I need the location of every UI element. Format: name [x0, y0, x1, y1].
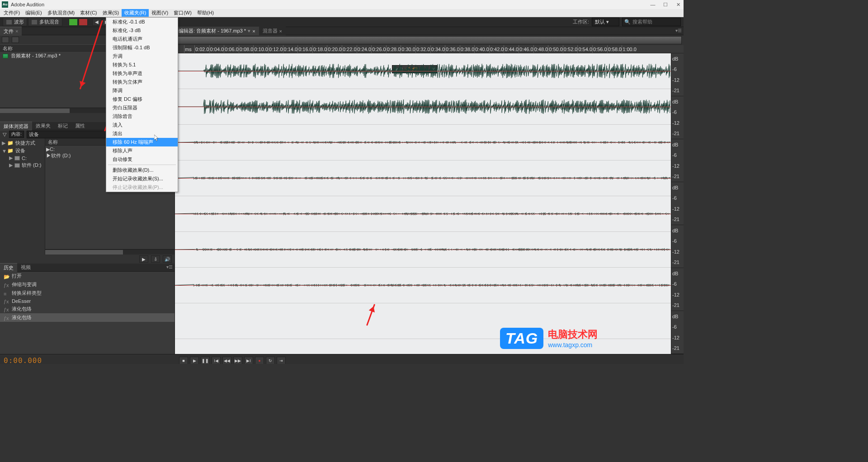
- time-tick: 0:26.0: [371, 45, 386, 53]
- panel-tab[interactable]: 视频: [17, 263, 34, 272]
- new-file-button[interactable]: [2, 37, 9, 43]
- time-tick: 0:46.0: [519, 45, 533, 53]
- record-button[interactable]: ●: [255, 357, 264, 364]
- history-item[interactable]: 📂打开: [0, 272, 175, 280]
- watermark-badge: TAG: [500, 328, 543, 349]
- time-tick: 0:30.0: [401, 45, 415, 53]
- maximize-button[interactable]: ☐: [662, 2, 669, 8]
- menu-item[interactable]: 收藏夹(R): [122, 9, 149, 17]
- menu-item[interactable]: 效果(S): [100, 9, 122, 17]
- panel-tab[interactable]: 历史: [0, 263, 17, 272]
- menu-item[interactable]: 帮助(H): [194, 9, 217, 17]
- panel-menu-button[interactable]: ▾☰: [675, 28, 682, 33]
- favorites-menu-item[interactable]: 修复 DC 偏移: [106, 95, 178, 104]
- favorites-menu-item[interactable]: 强制限幅 -0.1 dB: [106, 43, 178, 52]
- channel-waveform[interactable]: [175, 160, 671, 196]
- favorites-menu-item[interactable]: 移除 60 Hz 嗡嗡声: [106, 138, 178, 146]
- watermark: TAG 电脑技术网 www.tagxp.com: [500, 324, 681, 352]
- search-help-input[interactable]: 🔍搜索帮助: [622, 18, 681, 26]
- favorites-menu-item[interactable]: 删除收藏效果(D)...: [106, 166, 178, 174]
- channel-waveform[interactable]: [175, 196, 671, 231]
- history-panel: 历史视频▾☰ 📂打开ƒx伸缩与变调≡转换采样类型ƒxDeEsserƒx液化包络ƒ…: [0, 264, 175, 354]
- menu-item[interactable]: 视图(V): [149, 9, 171, 17]
- favorites-menu-item[interactable]: 降调: [106, 86, 178, 95]
- menu-item[interactable]: 窗口(W): [171, 9, 194, 17]
- loop-button[interactable]: ↻: [266, 357, 275, 364]
- favorites-menu-item[interactable]: 开始记录收藏效果(S)...: [106, 174, 178, 183]
- favorites-menu-item[interactable]: 淡入: [106, 121, 178, 129]
- watermark-url: www.tagxp.com: [548, 341, 598, 349]
- panel-tab[interactable]: 属性: [71, 122, 89, 130]
- favorites-menu-item[interactable]: 消除齿音: [106, 112, 178, 121]
- mb-insert-button[interactable]: ⇩: [151, 255, 160, 263]
- stop-button[interactable]: ■: [179, 357, 188, 364]
- close-button[interactable]: ✕: [675, 2, 682, 8]
- play-button[interactable]: ▶: [190, 357, 199, 364]
- app-icon: Au: [2, 1, 8, 8]
- favorites-menu-item[interactable]: 转换为立体声: [106, 78, 178, 86]
- favorites-menu-item[interactable]: 自动修复: [106, 155, 178, 164]
- panel-tab[interactable]: 标记: [54, 122, 71, 130]
- fx-icon: ƒx: [4, 299, 9, 303]
- favorites-menu-item[interactable]: 旁白压限器: [106, 104, 178, 112]
- favorites-menu-item[interactable]: 转换为 5.1: [106, 61, 178, 69]
- history-item[interactable]: ƒx液化包络: [0, 305, 175, 313]
- pause-button[interactable]: ❚❚: [201, 357, 210, 364]
- tree-devices[interactable]: ▼📁设备: [1, 147, 44, 155]
- menu-item[interactable]: 文件(F): [1, 9, 23, 17]
- go-end-button[interactable]: ▶I: [244, 357, 253, 364]
- menu-item[interactable]: 素材(C): [77, 9, 99, 17]
- menu-item[interactable]: 编辑(E): [23, 9, 45, 17]
- panel-tab[interactable]: 媒体浏览器: [0, 122, 32, 131]
- favorites-menu-item[interactable]: 转换为单声道: [106, 69, 178, 78]
- history-item[interactable]: ≡转换采样类型: [0, 289, 175, 297]
- spectral-pitch-button[interactable]: [79, 19, 88, 26]
- tree-item[interactable]: ▶C:: [1, 155, 44, 161]
- editor-tab[interactable]: 混音器×: [259, 27, 286, 35]
- drive-icon: [14, 163, 20, 168]
- rewind-button[interactable]: ◀◀: [222, 357, 231, 364]
- mb-autoplay-button[interactable]: 🔊: [163, 255, 172, 263]
- tree-shortcuts[interactable]: ▶📁快捷方式: [1, 139, 44, 147]
- channel-waveform[interactable]: [175, 125, 671, 160]
- favorites-menu-item[interactable]: 标准化 -3 dB: [106, 26, 178, 35]
- mb-hscroll[interactable]: [45, 249, 175, 255]
- navigator[interactable]: [177, 36, 682, 44]
- channel-waveform[interactable]: [175, 53, 671, 89]
- time-tick: 0:56.0: [592, 45, 607, 53]
- waveform-display[interactable]: ◢ +0 dB ✕ dB-6-12-21dB-6-12-21dB-6-12-21…: [175, 53, 684, 354]
- transport-bar: 0:00.000 ■ ▶ ❚❚ I◀ ◀◀ ▶▶ ▶I ● ↻ ⇥: [0, 354, 684, 364]
- history-item[interactable]: ƒx液化包络: [0, 313, 175, 322]
- tree-item[interactable]: ▶软件 (D:): [1, 161, 44, 169]
- files-tab[interactable]: 文件×: [0, 27, 22, 36]
- channel-waveform[interactable]: [175, 89, 671, 124]
- history-item[interactable]: ƒxDeEsser: [0, 297, 175, 305]
- minimize-button[interactable]: —: [649, 2, 656, 8]
- timecode-display[interactable]: 0:00.000: [0, 356, 176, 364]
- menu-item[interactable]: 多轨混音(M): [45, 9, 78, 17]
- go-start-button[interactable]: I◀: [212, 357, 221, 364]
- panel-tab[interactable]: 效果夹: [32, 122, 54, 130]
- mb-play-button[interactable]: ▶: [139, 255, 148, 263]
- time-tick: 0:18.0: [312, 45, 327, 53]
- open-file-button[interactable]: [12, 37, 19, 43]
- favorites-menu-item[interactable]: 升调: [106, 52, 178, 61]
- channel-waveform[interactable]: [175, 268, 671, 303]
- forward-button[interactable]: ▶▶: [233, 357, 242, 364]
- skip-selection-button[interactable]: ⇥: [277, 357, 286, 364]
- spectral-freq-button[interactable]: [69, 19, 78, 26]
- editor-tab[interactable]: 编辑器: 音频素材 - 1967.mp3 *▾×: [175, 27, 259, 35]
- waveform-view-button[interactable]: 波形: [3, 18, 27, 26]
- time-tick: 0:44.0: [504, 45, 519, 53]
- favorites-menu-item[interactable]: 标准化 -0.1 dB: [106, 18, 178, 26]
- favorites-menu-item[interactable]: 移除人声: [106, 146, 178, 155]
- history-item[interactable]: ƒx伸缩与变调: [0, 280, 175, 289]
- favorites-menu-item[interactable]: 淡出: [106, 129, 178, 138]
- favorites-menu-item[interactable]: 电话机通话声: [106, 35, 178, 43]
- filter-button[interactable]: ▽: [3, 132, 6, 137]
- time-ruler[interactable]: ms0:02.00:04.00:06.00:08.00:10.00:12.00:…: [175, 45, 684, 53]
- panel-menu-button[interactable]: ▾☰: [166, 264, 173, 269]
- channel-waveform[interactable]: [175, 232, 671, 267]
- workspace-select[interactable]: 默认 ▾: [592, 18, 619, 26]
- multitrack-view-button[interactable]: 多轨混音: [28, 18, 62, 26]
